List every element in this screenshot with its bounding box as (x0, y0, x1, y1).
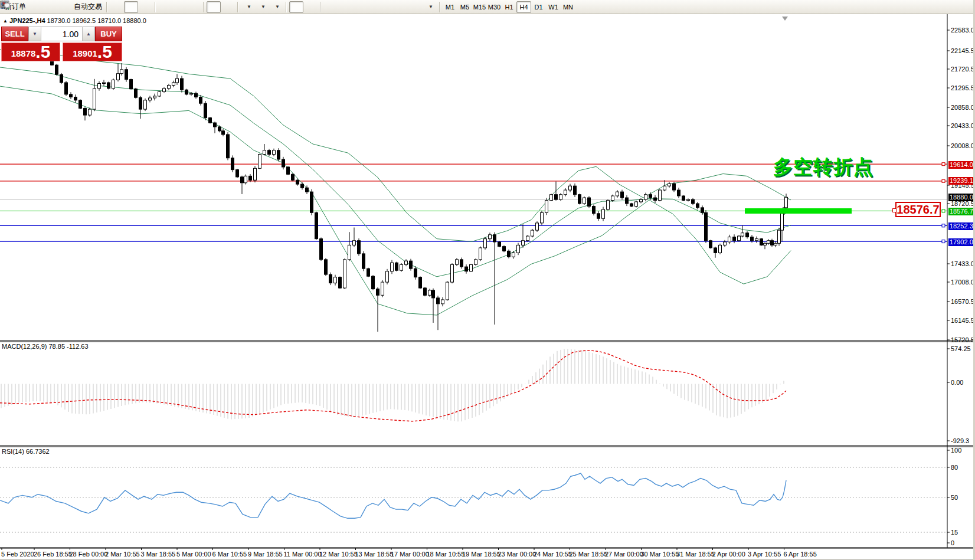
candle (555, 195, 558, 199)
candle (755, 239, 758, 241)
hline-drag-handle[interactable] (942, 163, 945, 166)
candle (678, 190, 680, 196)
timeframe-button-m5[interactable]: M5 (457, 1, 472, 13)
hline-drag-handle[interactable] (942, 224, 945, 227)
toolbar: 新订单 自动交易 (0, 0, 975, 14)
timeframe-button-m15[interactable]: M15 (472, 1, 487, 13)
sell-price-button[interactable]: 18878 .5 (1, 42, 60, 61)
channel-tool-button[interactable]: E (366, 1, 380, 13)
cursor-tool-button[interactable] (289, 1, 303, 13)
chevron-down-icon: ▼ (275, 4, 280, 9)
zoom-out-button[interactable] (172, 1, 187, 13)
hline-drag-handle[interactable] (942, 179, 945, 182)
candle (621, 192, 624, 198)
highlight-zone[interactable] (745, 208, 852, 214)
candlestick-mode-button[interactable] (124, 1, 138, 13)
hline-drag-handle[interactable] (942, 240, 945, 243)
candle (531, 230, 534, 236)
tile-windows-button[interactable] (187, 1, 201, 13)
timeframe-button-w1[interactable]: W1 (546, 1, 561, 13)
timeframe-button-mn[interactable]: MN (561, 1, 575, 13)
templates-button[interactable]: ▼ (269, 1, 283, 13)
history-center-button[interactable] (28, 1, 42, 13)
sell-button[interactable]: SELL (1, 27, 28, 41)
candle (381, 282, 384, 295)
turning-point-annotation: 多空转折点 (773, 154, 873, 181)
text-tool-button[interactable]: A (394, 1, 408, 13)
price-tick-label: 22145.5 (951, 47, 974, 54)
timeframe-button-m1[interactable]: M1 (443, 1, 457, 13)
timeframe-button-d1[interactable]: D1 (531, 1, 546, 13)
candle (107, 83, 110, 89)
timeframe-button-m30[interactable]: M30 (487, 1, 502, 13)
candle (410, 261, 413, 268)
market-watch-button[interactable] (42, 1, 56, 13)
label-tool-button[interactable]: T (408, 1, 423, 13)
search-button[interactable] (941, 1, 955, 13)
auto-scroll-button[interactable] (207, 1, 221, 13)
candle (65, 83, 68, 94)
candle (460, 260, 463, 267)
candle (249, 176, 252, 180)
candle (209, 118, 212, 123)
time-tick-label: 2 Mar 10:55 (105, 551, 140, 558)
buy-button[interactable]: BUY (95, 27, 122, 41)
candle (172, 83, 175, 86)
signals-button[interactable] (56, 1, 70, 13)
candle (296, 180, 299, 184)
buy-price-button[interactable]: 18901 .5 (63, 42, 122, 61)
time-tick-label: 12 Mar 10:55 (319, 551, 358, 558)
candle (536, 223, 539, 230)
candle (588, 198, 591, 207)
candle (55, 65, 58, 74)
candle (358, 241, 361, 254)
crosshair-tool-button[interactable] (303, 1, 318, 13)
chart-shift-marker[interactable] (782, 17, 788, 21)
rsi-label: RSI(14) 66.7362 (2, 448, 50, 455)
candle (746, 233, 749, 237)
candle (437, 298, 440, 304)
fibonacci-tool-button[interactable]: F (380, 1, 394, 13)
candle (508, 251, 511, 257)
bar-chart-mode-button[interactable] (110, 1, 124, 13)
candle (479, 248, 482, 260)
candle (158, 91, 161, 96)
toolbar-separator (286, 2, 287, 12)
candle (771, 241, 774, 245)
timeframe-button-h4[interactable]: H4 (516, 1, 531, 13)
candle (405, 261, 408, 264)
auto-trading-button[interactable]: 自动交易 (70, 1, 104, 13)
candle (630, 204, 633, 207)
time-tick-label: 5 Feb 2020 (1, 551, 34, 558)
timeframe-button-h1[interactable]: H1 (502, 1, 516, 13)
line-chart-mode-button[interactable] (138, 1, 152, 13)
candle (456, 260, 459, 264)
candle (112, 80, 115, 89)
chat-button[interactable] (955, 1, 969, 13)
horizontal-line-tool-button[interactable] (338, 1, 352, 13)
trendline-tool-button[interactable] (352, 1, 366, 13)
candle (484, 239, 487, 248)
zoom-in-button[interactable] (158, 1, 172, 13)
candle (602, 209, 605, 218)
chart-canvas[interactable] (0, 0, 975, 560)
price-callout-box[interactable]: 18576.7 (895, 202, 941, 217)
callout-drag-handle[interactable] (892, 208, 897, 212)
candle (640, 199, 643, 202)
vertical-line-tool-button[interactable] (323, 1, 338, 13)
candle (778, 230, 781, 243)
periods-button[interactable]: ▼ (255, 1, 269, 13)
candle (663, 186, 666, 190)
volume-increase-button[interactable]: ▲ (82, 27, 94, 41)
chart-shift-button[interactable] (221, 1, 235, 13)
arrows-tool-button[interactable]: ▼ (423, 1, 437, 13)
candle (522, 241, 525, 245)
candle (320, 239, 323, 260)
collapse-triangle-icon[interactable]: ▲ (3, 18, 8, 24)
candle (649, 195, 652, 198)
volume-decrease-button[interactable]: ▼ (29, 27, 41, 41)
volume-field[interactable]: 1.00 (41, 27, 82, 41)
indicators-button[interactable]: ▼ (241, 1, 255, 13)
candle (84, 109, 87, 115)
hline-drag-handle[interactable] (942, 209, 945, 212)
